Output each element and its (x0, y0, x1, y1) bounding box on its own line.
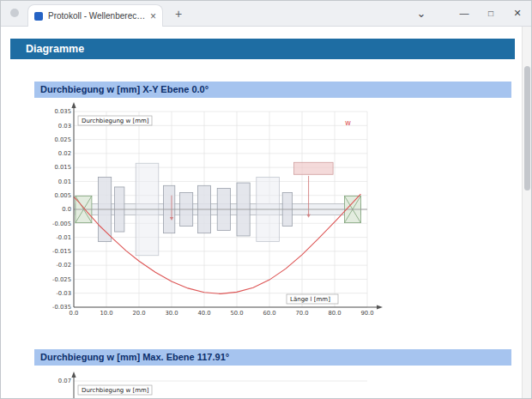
close-button[interactable]: ✕ (505, 0, 530, 26)
svg-text:Durchbiegung w [mm]: Durchbiegung w [mm] (82, 387, 149, 394)
svg-text:30.0: 30.0 (165, 310, 178, 317)
new-tab-button[interactable]: + (170, 5, 187, 22)
page-title: Diagramme (10, 39, 515, 59)
svg-text:0.005: 0.005 (55, 192, 71, 199)
svg-text:80.0: 80.0 (328, 310, 341, 317)
svg-text:20.0: 20.0 (132, 310, 145, 317)
deflection-chart-max-plane: 0.07Durchbiegung w [mm] (43, 371, 386, 399)
svg-text:-0.03: -0.03 (56, 290, 71, 297)
svg-text:0.0: 0.0 (62, 206, 71, 213)
tab-favicon-icon (34, 12, 43, 21)
svg-text:-0.01: -0.01 (56, 234, 71, 241)
browser-tab[interactable]: Protokoll - Wellenberechnung × (27, 4, 163, 27)
svg-text:Durchbiegung w [mm]: Durchbiegung w [mm] (82, 118, 149, 124)
tab-close-icon[interactable]: × (150, 10, 156, 22)
section-header-max-plane: Durchbiegung w [mm] Max. Ebene 117.91° (34, 349, 511, 366)
svg-text:50.0: 50.0 (230, 310, 243, 317)
maximize-button[interactable]: □ (478, 0, 504, 26)
svg-text:0.02: 0.02 (58, 150, 71, 157)
svg-text:-0.035: -0.035 (52, 304, 71, 311)
svg-text:0.01: 0.01 (58, 178, 71, 185)
report-page: Diagramme Durchbiegung w [mm] X-Y Ebene … (0, 27, 522, 399)
svg-text:Länge l [mm]: Länge l [mm] (290, 296, 330, 303)
chevron-down-icon[interactable]: ⌄ (408, 0, 434, 26)
svg-text:0.07: 0.07 (58, 378, 71, 384)
svg-text:0.035: 0.035 (55, 108, 71, 115)
tab-title: Protokoll - Wellenberechnung (48, 11, 147, 21)
deflection-chart-xy-plane: 0.010.020.030.040.050.060.070.080.090.00… (43, 101, 386, 326)
svg-text:70.0: 70.0 (295, 310, 308, 317)
svg-text:-0.015: -0.015 (52, 248, 71, 255)
minimize-button[interactable]: — (451, 0, 477, 26)
svg-text:0.015: 0.015 (55, 164, 71, 171)
svg-text:90.0: 90.0 (360, 310, 373, 317)
svg-text:w: w (345, 118, 351, 127)
svg-text:-0.005: -0.005 (52, 221, 71, 227)
browser-tab-strip: Protokoll - Wellenberechnung × + ⌄ — □ ✕ (0, 0, 532, 27)
svg-text:-0.02: -0.02 (56, 262, 71, 269)
svg-text:0.025: 0.025 (55, 136, 71, 143)
svg-text:40.0: 40.0 (197, 310, 210, 317)
window-icon (10, 9, 19, 17)
svg-text:60.0: 60.0 (263, 310, 275, 317)
scrollbar-thumb[interactable] (524, 66, 530, 190)
vertical-scrollbar[interactable] (522, 27, 532, 399)
svg-text:0.03: 0.03 (58, 123, 71, 130)
svg-text:10.0: 10.0 (100, 310, 112, 317)
svg-text:-0.025: -0.025 (52, 276, 71, 283)
section-header-xy-plane: Durchbiegung w [mm] X-Y Ebene 0.0° (34, 82, 511, 98)
